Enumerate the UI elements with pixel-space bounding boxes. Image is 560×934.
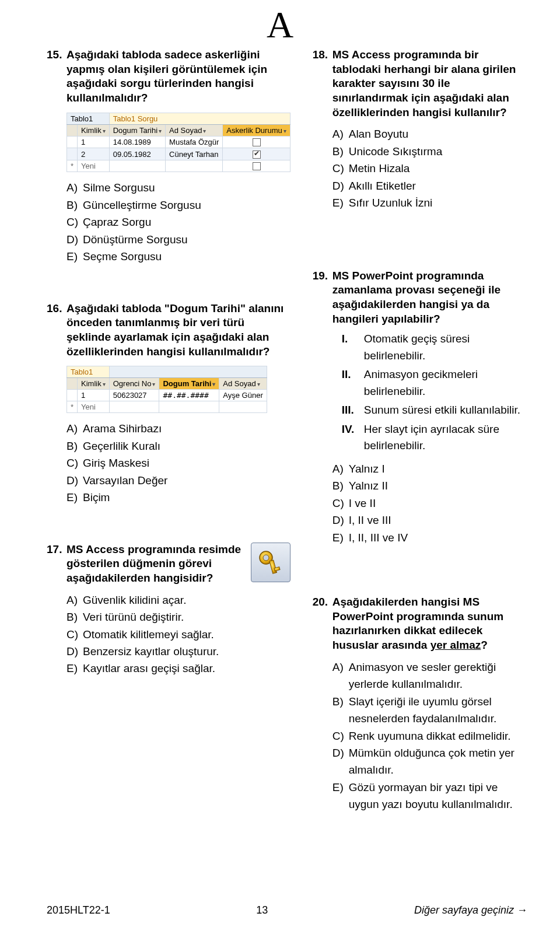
q16-options: A)Arama Sihirbazı B)Geçerlilik Kuralı C)… (66, 420, 290, 506)
q16-table-image: Tablo1 Kimlik▾ Ogrenci No▾ Dogum Tarihi▾… (66, 366, 290, 413)
opt-label: C) (332, 495, 349, 512)
table-row: * Yeni (67, 401, 267, 413)
opt-label: C) (66, 626, 83, 643)
q16-r1-c2: 50623027 (109, 390, 159, 401)
opt-label: C) (66, 214, 83, 230)
q19-opt-d: I, II ve III (349, 512, 391, 529)
q15-opt-a: Silme Sorgusu (83, 179, 155, 196)
q18-opt-b: Unicode Sıkıştırma (349, 143, 443, 160)
q19-sub-iii-num: III. (342, 402, 364, 419)
opt-label: B) (66, 197, 83, 214)
opt-label: D) (332, 512, 349, 529)
q18-number: 18. (313, 48, 332, 120)
q15-hdr-kimlik: Kimlik▾ (78, 124, 110, 136)
q15-r3-c1: Yeni (78, 160, 110, 172)
q15-r2-c4 (223, 148, 290, 160)
opt-label: B) (66, 608, 83, 625)
q17-text-span: MS Access programında resimde gösterilen… (66, 543, 241, 584)
q19-sublist: I.Otomatik geçiş süresi belirlenebilir. … (342, 331, 527, 454)
q20-opt-d: Mümkün olduğunca çok metin yer almalıdır… (349, 744, 527, 779)
q19-sub-iii: Sunum süresi etkili kullanılabilir. (364, 402, 520, 419)
q20-text: Aşağıdakilerden hangisi MS PowerPoint pr… (332, 595, 527, 653)
q15-opt-e: Seçme Sorgusu (83, 248, 162, 265)
q17-opt-a: Güvenlik kilidini açar. (83, 592, 186, 608)
opt-label: E) (66, 489, 83, 506)
q20-opt-b: Slayt içeriği ile uyumlu görsel nesneler… (349, 693, 527, 727)
q20-opt-c: Renk uyumuna dikkat edilmelidir. (349, 727, 511, 744)
q18-text: MS Access programında bir tablodaki herh… (332, 48, 527, 120)
footer-code: 2015HLT22-1 (47, 904, 110, 916)
q16-table: Tablo1 Kimlik▾ Ogrenci No▾ Dogum Tarihi▾… (66, 366, 267, 413)
q18-opt-a: Alan Boyutu (349, 125, 408, 142)
q17-opt-e: Kayıtlar arası geçişi sağlar. (83, 660, 215, 677)
opt-label: A) (66, 420, 83, 437)
opt-label: E) (332, 194, 349, 211)
opt-label: E) (332, 529, 349, 546)
question-18: 18. MS Access programında bir tablodaki … (313, 48, 527, 212)
q19-sub-ii-num: II. (342, 366, 364, 400)
opt-label: D) (332, 177, 349, 194)
svg-rect-2 (270, 560, 276, 573)
opt-label: C) (332, 727, 349, 744)
q16-number: 16. (47, 302, 66, 359)
table-row: 1 14.08.1989 Mustafa Özgür (67, 136, 290, 148)
content-columns: 15. Aşağıdaki tabloda sadece askerliğini… (47, 48, 527, 849)
q16-opt-a: Arama Sihirbazı (83, 420, 162, 437)
table-row: * Yeni (67, 160, 290, 172)
q15-r1-c2: 14.08.1989 (109, 136, 165, 148)
q15-opt-b: Güncelleştirme Sorgusu (83, 197, 201, 214)
right-column: 18. MS Access programında bir tablodaki … (313, 48, 527, 849)
q16-opt-e: Biçim (83, 489, 110, 506)
q17-options: A)Güvenlik kilidini açar. B)Veri türünü … (66, 592, 290, 677)
q15-text: Aşağıdaki tabloda sadece askerliğini yap… (66, 48, 290, 106)
q16-hdr-adsoyad: Ad Soyad▾ (219, 378, 267, 390)
question-17: 17. (47, 543, 290, 677)
opt-label: E) (66, 660, 83, 677)
q15-r1-c4 (223, 136, 290, 148)
q15-opt-d: Dönüştürme Sorgusu (83, 231, 188, 248)
opt-label: B) (332, 477, 349, 494)
q15-number: 15. (47, 48, 66, 106)
q15-r2-c3: Cüneyt Tarhan (166, 148, 223, 160)
page-letter: A (0, 4, 560, 47)
q15-tab2: Tablo1 Sorgu (109, 113, 290, 124)
q16-opt-c: Giriş Maskesi (83, 454, 149, 471)
opt-label: A) (66, 592, 83, 608)
q16-r2-c1: Yeni (78, 401, 110, 413)
table-row: 1 50623027 ##.##.#### Ayşe Güner (67, 390, 267, 401)
q16-opt-b: Geçerlilik Kuralı (83, 438, 160, 454)
left-column: 15. Aşağıdaki tabloda sadece askerliğini… (47, 48, 290, 849)
page-footer: 2015HLT22-1 13 Diğer sayfaya geçiniz → (47, 904, 527, 916)
q20-options: A)Animasyon ve sesler gerektiği yerlerde… (332, 659, 527, 813)
footer-next-page: Diğer sayfaya geçiniz → (414, 904, 527, 916)
opt-label: A) (332, 125, 349, 142)
opt-label: A) (332, 659, 349, 693)
q17-number: 17. (47, 543, 66, 557)
q19-sub-ii: Animasyon gecikmeleri belirlenebilir. (364, 366, 527, 400)
q15-hdr-adsoyad: Ad Soyad▾ (166, 124, 223, 136)
q19-sub-iv: Her slayt için ayrılacak süre belirleneb… (364, 421, 527, 454)
q15-r1-c1: 1 (78, 136, 110, 148)
question-20: 20. Aşağıdakilerden hangisi MS PowerPoin… (313, 595, 527, 813)
q16-hdr-kimlik: Kimlik▾ (78, 378, 110, 390)
q19-opt-a: Yalnız I (349, 460, 385, 477)
q15-hdr-dogum: Dogum Tarihi▾ (109, 124, 165, 136)
q18-options: A)Alan Boyutu B)Unicode Sıkıştırma C)Met… (332, 125, 527, 211)
opt-label: D) (332, 744, 349, 779)
q20-text-underline: yer almaz (430, 639, 481, 651)
q17-opt-d: Benzersiz kayıtlar oluşturur. (83, 643, 219, 660)
q18-opt-d: Akıllı Etiketler (349, 177, 416, 194)
q20-opt-a: Animasyon ve sesler gerektiği yerlerde k… (349, 659, 527, 693)
q19-options: A)Yalnız I B)Yalnız II C)I ve II D)I, II… (332, 460, 527, 546)
q15-r2-c2: 09.05.1982 (109, 148, 165, 160)
q16-text: Aşağıdaki tabloda "Dogum Tarihi" alanını… (66, 302, 290, 359)
q15-r2-c1: 2 (78, 148, 110, 160)
svg-point-1 (263, 555, 269, 561)
q16-r1-c3: ##.##.#### (159, 390, 219, 401)
q18-opt-e: Sıfır Uzunluk İzni (349, 194, 433, 211)
key-icon (251, 543, 290, 582)
table-row: 2 09.05.1982 Cüneyt Tarhan (67, 148, 290, 160)
q15-options: A)Silme Sorgusu B)Güncelleştirme Sorgusu… (66, 179, 290, 265)
q16-hdr-ogrenci: Ogrenci No▾ (109, 378, 159, 390)
q16-r1-c4: Ayşe Güner (219, 390, 267, 401)
